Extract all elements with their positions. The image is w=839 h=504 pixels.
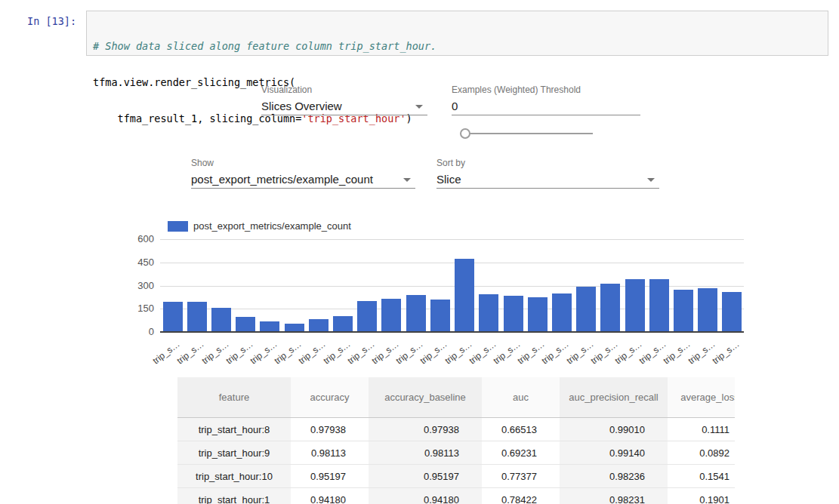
metric-cell: 0.98113 [369, 441, 482, 465]
cell-input-prompt: In [13]: [27, 15, 76, 27]
code-input[interactable]: # Show data sliced along feature column … [86, 11, 828, 56]
metric-cell: 0.95197 [369, 465, 482, 488]
feature-cell: trip_start_hour:9 [177, 441, 291, 465]
table-header-row: featureaccuracyaccuracy_baselineaucauc_p… [177, 377, 735, 418]
bar[interactable] [187, 302, 207, 331]
y-axis-tick-label: 600 [116, 233, 154, 244]
metric-cell: 0.66513 [482, 418, 560, 441]
feature-cell: trip_start_hour:8 [177, 418, 291, 441]
legend-label: post_export_metrics/example_count [193, 220, 351, 232]
show-label: Show [191, 158, 415, 168]
x-axis-baseline [160, 331, 744, 333]
bar[interactable] [552, 293, 572, 331]
column-header: accuracy [291, 377, 369, 418]
metric-cell: 0.0892 [668, 441, 735, 465]
gridline [160, 263, 744, 263]
metric-cell: 0.97938 [369, 418, 482, 441]
sort-by-select[interactable]: Sort by Slice [436, 158, 659, 189]
y-axis-tick-label: 0 [116, 326, 154, 337]
visualization-label: Visualization [261, 85, 427, 95]
chevron-down-icon [647, 178, 655, 182]
table-row: trip_start_hour:10.941800.941800.784220.… [177, 488, 735, 504]
show-value[interactable]: post_export_metrics/example_count [191, 171, 415, 189]
y-axis-tick-label: 150 [116, 303, 154, 314]
metric-cell: 0.1901 [668, 488, 735, 504]
metric-cell: 0.1111 [668, 418, 735, 441]
metrics-table: featureaccuracyaccuracy_baselineaucauc_p… [177, 377, 735, 504]
bar[interactable] [455, 259, 474, 331]
bar[interactable] [285, 324, 304, 331]
metric-cell: 0.98236 [560, 465, 668, 488]
metric-cell: 0.95197 [291, 465, 369, 488]
metric-cell: 0.98231 [560, 488, 668, 504]
column-header: auc [482, 377, 560, 418]
bar[interactable] [309, 319, 329, 331]
slices-bar-chart: post_export_metrics/example_count 015030… [0, 215, 839, 366]
threshold-label: Examples (Weighted) Threshold [452, 85, 640, 95]
visualization-value[interactable]: Slices Overview [261, 98, 427, 115]
bar[interactable] [236, 317, 255, 331]
metric-cell: 0.99140 [560, 441, 668, 465]
metric-cell: 0.1541 [668, 465, 735, 488]
y-axis-tick-label: 450 [116, 257, 154, 268]
bar[interactable] [406, 295, 426, 331]
bar[interactable] [674, 290, 693, 331]
sort-by-label: Sort by [436, 158, 659, 168]
bar[interactable] [625, 279, 645, 331]
metric-cell: 0.98113 [291, 441, 369, 465]
y-axis-tick-label: 300 [116, 280, 154, 291]
gridline [160, 239, 744, 240]
bar[interactable] [504, 296, 523, 331]
threshold-field[interactable]: Examples (Weighted) Threshold 0 [452, 85, 640, 115]
column-header: accuracy_baseline [369, 377, 482, 418]
bar[interactable] [333, 316, 353, 332]
notebook-page: In [13]: # Show data sliced along featur… [0, 0, 839, 504]
metric-cell: 0.94180 [291, 488, 369, 504]
bar[interactable] [260, 321, 279, 331]
metric-cell: 0.69231 [482, 441, 560, 465]
column-header: auc_precision_recall [560, 377, 668, 418]
bar[interactable] [576, 287, 596, 331]
bar[interactable] [381, 299, 401, 331]
show-select[interactable]: Show post_export_metrics/example_count [191, 158, 415, 189]
bar[interactable] [357, 301, 377, 331]
sort-by-value[interactable]: Slice [436, 171, 659, 189]
metric-cell: 0.99010 [560, 418, 668, 441]
bar[interactable] [722, 292, 742, 331]
threshold-slider-handle[interactable] [460, 128, 470, 139]
bar[interactable] [649, 279, 669, 331]
table-row: trip_start_hour:90.981130.981130.692310.… [177, 441, 735, 465]
feature-cell: trip_start_hour:10 [177, 465, 291, 488]
column-header: feature [177, 377, 291, 418]
chevron-down-icon [415, 105, 423, 109]
table-row: trip_start_hour:80.979380.979380.665130.… [177, 418, 735, 441]
chevron-down-icon [403, 178, 411, 182]
bar[interactable] [163, 302, 183, 331]
bar[interactable] [528, 297, 548, 331]
bar[interactable] [698, 288, 717, 331]
plot-area: 0150300450600trip_s…trip_s…trip_s…trip_s… [160, 239, 744, 332]
bar[interactable] [211, 308, 231, 331]
threshold-input[interactable]: 0 [452, 98, 640, 115]
metrics-table-container: featureaccuracyaccuracy_baselineaucauc_p… [177, 377, 735, 504]
metric-cell: 0.97938 [291, 418, 369, 441]
metric-cell: 0.94180 [369, 488, 482, 504]
bar[interactable] [430, 300, 450, 331]
code-line-comment: # Show data sliced along feature column … [93, 40, 822, 52]
feature-cell: trip_start_hour:1 [177, 488, 291, 504]
column-header: average_loss [668, 377, 735, 418]
table-row: trip_start_hour:100.951970.951970.773770… [177, 465, 735, 488]
metric-cell: 0.77377 [482, 465, 560, 488]
bar[interactable] [600, 284, 620, 331]
metric-cell: 0.78422 [482, 488, 560, 504]
threshold-slider-track[interactable] [465, 133, 593, 134]
chart-legend: post_export_metrics/example_count [168, 220, 351, 232]
bar[interactable] [479, 294, 498, 331]
legend-swatch-icon [168, 221, 188, 232]
visualization-select[interactable]: Visualization Slices Overview [261, 85, 427, 115]
